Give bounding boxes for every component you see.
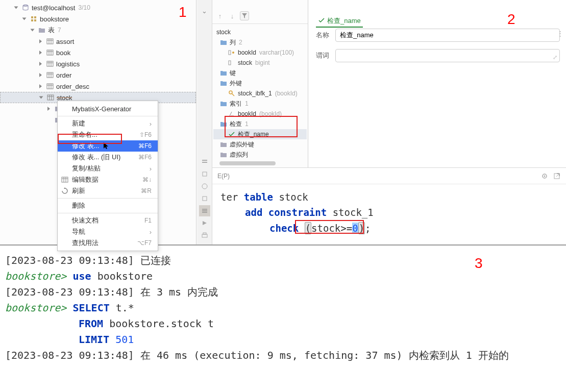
key-column-icon [228,49,236,56]
menu-quickdoc[interactable]: 快速文档F1 [58,215,158,226]
sql-editor-body[interactable]: ter table stock add constraint stock_1 c… [212,184,566,241]
svg-rect-35 [203,172,207,176]
struct-vfkeys-folder[interactable]: 虚拟外键 [213,139,307,150]
gutter-btn-2[interactable] [199,168,210,180]
datasource-root[interactable]: test@localhost 3/10 [0,2,196,13]
gutter-btn-1[interactable] [199,156,210,167]
struct-col-bookid[interactable]: bookIdvarchar(100) [213,47,307,58]
svg-point-52 [544,175,546,177]
gutter-print-icon[interactable] [199,230,210,241]
table-order[interactable]: order [0,69,196,81]
table-icon [46,60,54,68]
menu-mybatisx[interactable]: MybatisX-Generator [58,103,158,114]
menu-find-usage[interactable]: 查找用法⌥F7 [58,237,158,249]
struct-keys-folder[interactable]: 键 [213,68,307,78]
menu-modify-table-old[interactable]: 修改 表... (旧 UI)⌘F6 [58,152,158,163]
svg-rect-21 [47,84,53,89]
struct-checks-folder[interactable]: 检查1 [213,119,307,129]
annotation-3: 3 [475,255,483,272]
schema-bookstore[interactable]: bookstore [0,13,196,24]
svg-rect-5 [47,39,53,44]
svg-rect-4 [34,19,36,21]
refresh-icon [61,187,69,195]
svg-rect-25 [47,95,54,100]
tables-label: 表 [48,26,55,35]
predicate-input[interactable]: ⤢ [335,49,560,62]
tables-folder[interactable]: 表 7 [0,24,196,36]
table-book[interactable]: book [0,47,196,58]
table-order-desc[interactable]: order_desc [0,81,196,92]
gutter-btn-6[interactable] [199,217,210,229]
folder-icon [38,26,46,34]
check-form-panel: 检查_name ⋮ 名称 谓词 ⤢ [308,0,566,167]
index-icon [228,110,236,117]
struct-columns-folder[interactable]: 列2 [213,37,307,47]
svg-rect-2 [34,16,36,18]
svg-rect-34 [202,162,207,163]
table-icon [61,176,69,184]
struct-idx-1[interactable]: bookId(bookId) [213,109,307,119]
struct-root[interactable]: stock [213,27,307,37]
svg-rect-46 [229,61,231,65]
svg-rect-9 [47,50,53,55]
sql-editor-panel: E(P) ter table stock add constraint stoc… [212,167,566,244]
svg-rect-1 [31,16,33,18]
name-input[interactable] [335,29,560,42]
menu-edit-data[interactable]: 编辑数据⌘↓ [58,174,158,185]
table-assort[interactable]: assort [0,36,196,47]
svg-rect-37 [203,197,207,201]
table-icon [46,71,54,79]
struct-indexes-folder[interactable]: 索引1 [213,99,307,109]
svg-rect-17 [47,72,53,78]
schema-label: bookstore [40,15,69,23]
datasource-count: 3/10 [78,4,90,11]
toolbar-up-icon[interactable]: ↑ [215,11,225,20]
datasource-icon [21,4,30,12]
structure-toolbar: ↑ ↓ [212,0,308,24]
folder-icon [219,120,228,128]
menu-new[interactable]: 新建› [58,118,158,129]
cursor-icon [104,142,109,150]
expand-icon[interactable]: ⤢ [553,54,557,61]
svg-rect-44 [229,51,231,55]
svg-rect-13 [47,61,53,66]
predicate-label: 谓词 [316,51,335,60]
toolbar-down-icon[interactable]: ↓ [228,11,237,20]
table-icon [46,93,55,102]
name-label: 名称 [316,31,335,40]
tables-count: 7 [58,27,61,34]
menu-copy-paste[interactable]: 复制/粘贴› [58,163,158,174]
menu-navigate[interactable]: 导航› [58,226,158,237]
gutter-collapse-icon[interactable]: ⌄ [199,5,210,16]
gutter-btn-4[interactable] [199,193,210,204]
svg-marker-41 [203,221,207,225]
editor-header-label: E(P) [217,173,230,180]
table-logistics[interactable]: logistics [0,58,196,69]
svg-rect-29 [62,177,68,182]
folder-icon [219,151,228,158]
svg-rect-3 [31,19,33,21]
struct-fkeys-folder[interactable]: 外键 [213,78,307,88]
struct-fk-1[interactable]: stock_ibfk_1(bookId) [213,88,307,99]
menu-modify-table[interactable]: 修改 表...⌘F6 [58,140,158,152]
struct-col-stock[interactable]: stockbigint [213,58,307,68]
svg-line-49 [230,112,232,116]
gutter-btn-3[interactable] [199,181,210,192]
svg-point-36 [202,184,207,189]
check-icon [318,17,325,24]
gutter-btn-5[interactable] [199,205,210,216]
form-tab[interactable]: 检查_name [316,15,363,28]
menu-rename[interactable]: 重命名...⇧F6 [58,129,158,140]
settings-icon[interactable] [540,172,549,180]
menu-delete[interactable]: 删除 [58,200,158,211]
annotation-1: 1 [179,4,187,20]
toolbar-filter-icon[interactable] [240,11,249,20]
editor-gutter: ⌄ [197,0,212,244]
struct-check-1[interactable]: 检查_name [213,129,307,139]
struct-vcols-folder[interactable]: 虚拟列 [213,150,307,160]
structure-scrollbar[interactable] [212,161,308,166]
schema-icon [30,15,38,23]
menu-refresh[interactable]: 刷新⌘R [58,185,158,197]
svg-rect-33 [202,160,207,161]
popout-icon[interactable] [553,172,561,180]
